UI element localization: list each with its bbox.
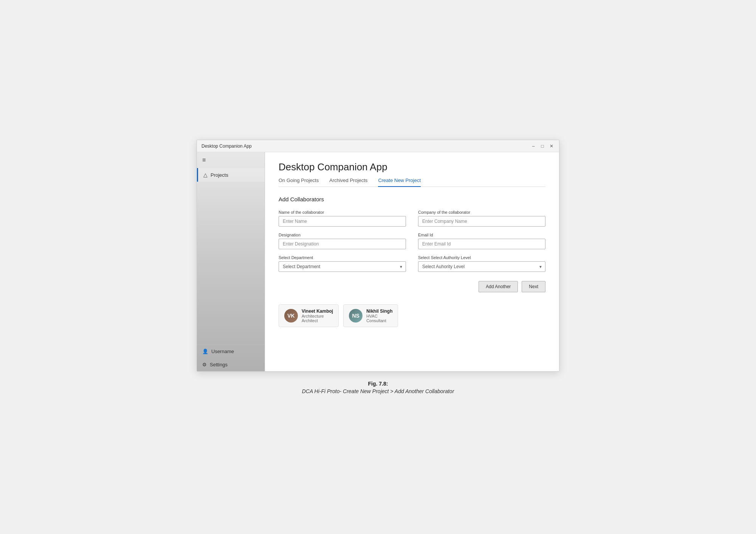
- sidebar: ≡ △ Projects 👤 Username ⚙ Settings: [197, 152, 265, 371]
- form-group-company: Company of the collaborator: [418, 210, 545, 227]
- collab-info-nikhil: Nikhil Singh HVAC Consultant: [366, 309, 392, 323]
- collab-info-vineet: Vineet Kamboj Architecture Architect: [302, 309, 333, 323]
- company-input[interactable]: [418, 216, 545, 227]
- close-button[interactable]: ✕: [548, 143, 555, 149]
- sidebar-bottom: 👤 Username ⚙ Settings: [197, 344, 265, 371]
- department-label: Select Department: [279, 255, 406, 260]
- authority-label: Select Select Authority Level: [418, 255, 545, 260]
- figure-description: DCA Hi-Fi Proto- Create New Project > Ad…: [302, 388, 454, 394]
- app-body: ≡ △ Projects 👤 Username ⚙ Settings: [197, 152, 559, 371]
- main-content: Desktop Companion App On Going Projects …: [265, 152, 559, 371]
- sidebar-item-username[interactable]: 👤 Username: [197, 345, 265, 358]
- maximize-button[interactable]: □: [539, 143, 545, 149]
- projects-icon: △: [203, 172, 208, 178]
- collab-name-vineet: Vineet Kamboj: [302, 309, 333, 314]
- settings-icon: ⚙: [202, 362, 207, 367]
- authority-select[interactable]: Select Auhority Level: [418, 261, 545, 272]
- username-label: Username: [211, 349, 234, 354]
- form-grid: Name of the collaborator Company of the …: [279, 210, 545, 272]
- name-input[interactable]: [279, 216, 406, 227]
- form-group-designation: Designation: [279, 233, 406, 249]
- collaborator-cards: VK Vineet Kamboj Architecture Architect …: [279, 304, 545, 327]
- collaborator-card-nikhil: NS Nikhil Singh HVAC Consultant: [343, 304, 398, 327]
- tabs: On Going Projects Archived Projects Crea…: [279, 177, 545, 187]
- section-title: Add Collaborators: [279, 196, 545, 202]
- designation-label: Designation: [279, 233, 406, 237]
- sidebar-item-projects[interactable]: △ Projects: [197, 168, 265, 182]
- user-icon: 👤: [202, 349, 208, 354]
- figure-label: Fig. 7.8:: [302, 381, 454, 387]
- add-another-button[interactable]: Add Another: [479, 281, 518, 292]
- sidebar-item-label: Projects: [211, 172, 228, 178]
- collab-role-vineet: Architect: [302, 318, 333, 323]
- settings-label: Settings: [210, 362, 228, 367]
- email-input[interactable]: [418, 239, 545, 249]
- email-label: Email Id: [418, 233, 545, 237]
- avatar-nikhil: NS: [349, 309, 363, 323]
- tab-archived[interactable]: Archived Projects: [329, 177, 367, 187]
- form-group-department: Select Department Select Department ▼: [279, 255, 406, 272]
- collaborator-card-vineet: VK Vineet Kamboj Architecture Architect: [279, 304, 339, 327]
- minimize-button[interactable]: –: [530, 143, 536, 149]
- form-group-name: Name of the collaborator: [279, 210, 406, 227]
- form-group-authority: Select Select Authority Level Select Auh…: [418, 255, 545, 272]
- collab-role-nikhil: Consultant: [366, 318, 392, 323]
- hamburger-icon[interactable]: ≡: [197, 152, 265, 168]
- collab-name-nikhil: Nikhil Singh: [366, 309, 392, 314]
- page-wrapper: Desktop Companion App – □ ✕ ≡ △ Projects…: [197, 140, 559, 394]
- sidebar-item-settings[interactable]: ⚙ Settings: [197, 358, 265, 371]
- department-select-wrapper: Select Department ▼: [279, 261, 406, 272]
- main-title: Desktop Companion App: [279, 161, 545, 173]
- name-label: Name of the collaborator: [279, 210, 406, 215]
- collab-company-vineet: Architecture: [302, 314, 333, 318]
- title-bar-controls: – □ ✕: [530, 143, 555, 149]
- figure-caption: Fig. 7.8: DCA Hi-Fi Proto- Create New Pr…: [302, 381, 454, 394]
- designation-input[interactable]: [279, 239, 406, 249]
- tab-create[interactable]: Create New Project: [378, 177, 421, 187]
- form-group-email: Email Id: [418, 233, 545, 249]
- company-label: Company of the collaborator: [418, 210, 545, 215]
- button-row: Add Another Next: [279, 281, 545, 292]
- department-select[interactable]: Select Department: [279, 261, 406, 272]
- collab-company-nikhil: HVAC: [366, 314, 392, 318]
- title-bar-title: Desktop Companion App: [201, 144, 252, 149]
- app-window: Desktop Companion App – □ ✕ ≡ △ Projects…: [197, 140, 559, 372]
- authority-select-wrapper: Select Auhority Level ▼: [418, 261, 545, 272]
- next-button[interactable]: Next: [522, 281, 545, 292]
- title-bar: Desktop Companion App – □ ✕: [197, 140, 559, 152]
- tab-ongoing[interactable]: On Going Projects: [279, 177, 319, 187]
- avatar-vineet: VK: [284, 309, 298, 323]
